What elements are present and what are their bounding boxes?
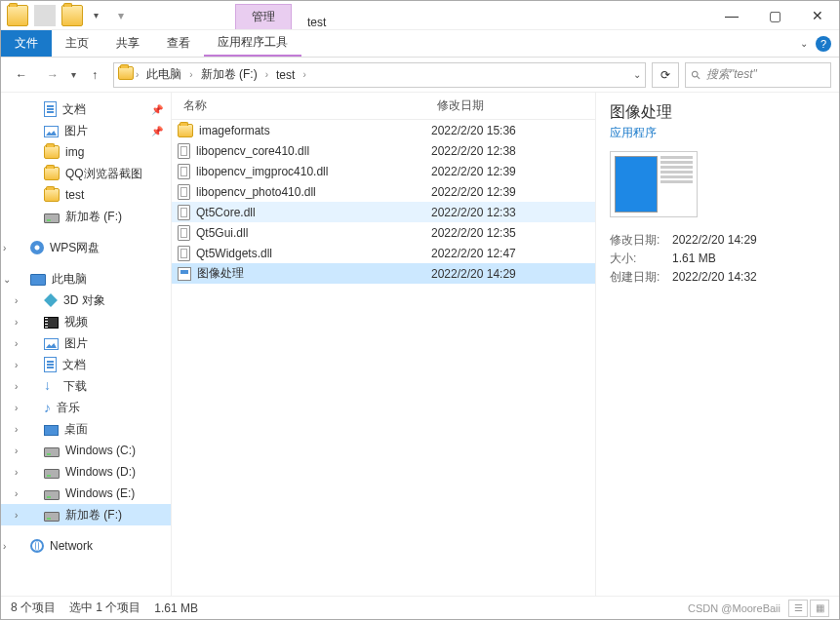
nav-item[interactable]: ›视频	[1, 311, 171, 332]
nav-item[interactable]: ›Windows (D:)	[1, 461, 171, 483]
refresh-button[interactable]: ⟳	[652, 62, 679, 88]
forward-button[interactable]: →	[40, 62, 65, 88]
file-row[interactable]: Qt5Gui.dll 2022/2/20 12:35	[172, 222, 595, 243]
nav-item[interactable]: test	[1, 184, 171, 206]
chevron-right-icon[interactable]: ›	[134, 69, 140, 80]
context-tab-manage[interactable]: 管理	[235, 4, 292, 29]
nav-item[interactable]: ›Windows (C:)	[1, 440, 171, 461]
folder-open-icon[interactable]	[61, 5, 83, 26]
nav-item[interactable]: ›图片	[1, 332, 171, 354]
nav-item-network[interactable]: ›Network	[1, 535, 171, 557]
preview-subtype: 应用程序	[610, 125, 825, 141]
nav-item[interactable]: QQ浏览器截图	[1, 163, 171, 184]
nav-item-label: 视频	[64, 314, 88, 330]
watermark: CSDN @MooreBaii	[688, 602, 780, 614]
nav-item[interactable]: 新加卷 (F:)	[1, 206, 171, 227]
up-button[interactable]: ↑	[82, 62, 107, 88]
nav-item[interactable]: ›桌面	[1, 418, 171, 440]
expand-icon[interactable]: ›	[15, 338, 18, 349]
minimize-button[interactable]: —	[710, 2, 753, 29]
expand-icon[interactable]: ›	[15, 381, 18, 392]
nav-item-label: 桌面	[64, 421, 88, 438]
expand-icon[interactable]: ›	[15, 317, 18, 328]
nav-item-label: 文档	[62, 357, 86, 373]
file-row[interactable]: 图像处理 2022/2/20 14:29	[172, 263, 595, 284]
nav-item-label: 图片	[64, 123, 88, 139]
help-icon[interactable]: ?	[816, 36, 831, 52]
expand-icon[interactable]: ›	[15, 403, 18, 413]
chevron-right-icon[interactable]: ›	[263, 69, 270, 80]
file-name: libopencv_photo410.dll	[196, 185, 316, 199]
file-date: 2022/2/20 12:38	[431, 144, 558, 158]
titlebar: ▾ ▾ 管理 test — ▢ ✕	[1, 1, 839, 30]
expand-icon[interactable]: ›	[3, 541, 6, 552]
ribbon-collapse-icon[interactable]: ⌄	[800, 38, 808, 49]
divider	[34, 5, 56, 26]
history-chevron-icon[interactable]: ▾	[71, 69, 76, 80]
tab-home[interactable]: 主页	[52, 30, 102, 57]
address-bar[interactable]: › 此电脑 › 新加卷 (F:) › test › ⌄	[113, 62, 646, 88]
tab-share[interactable]: 共享	[102, 30, 153, 57]
crumb-thispc[interactable]: 此电脑	[140, 63, 187, 87]
body: 文档📌图片📌imgQQ浏览器截图test新加卷 (F:)›WPS网盘⌄此电脑›3…	[1, 93, 839, 596]
nav-item[interactable]: ›3D 对象	[1, 290, 171, 311]
expand-icon[interactable]: ›	[15, 446, 18, 456]
detail-value: 2022/2/20 14:32	[672, 268, 757, 287]
expand-icon[interactable]: ›	[15, 295, 18, 306]
nav-item[interactable]: img	[1, 141, 171, 163]
expand-icon[interactable]: ›	[15, 467, 18, 478]
address-chevron-icon[interactable]: ⌄	[633, 69, 641, 80]
file-date: 2022/2/20 12:47	[431, 247, 558, 260]
large-icons-view-button[interactable]: ▦	[810, 600, 829, 617]
crumb-drive[interactable]: 新加卷 (F:)	[195, 63, 263, 87]
nav-item-wps[interactable]: ›WPS网盘	[1, 237, 171, 258]
col-header-name[interactable]: 名称	[178, 97, 431, 114]
nav-item[interactable]: 图片📌	[1, 120, 171, 141]
back-button[interactable]: ←	[9, 62, 34, 88]
pin-icon: 📌	[151, 126, 163, 136]
file-row[interactable]: imageformats 2022/2/20 15:36	[172, 120, 595, 140]
crumb-folder[interactable]: test	[270, 63, 300, 87]
file-tab[interactable]: 文件	[1, 30, 52, 57]
expand-icon[interactable]: ›	[3, 243, 6, 253]
file-row[interactable]: libopencv_core410.dll 2022/2/20 12:38	[172, 140, 595, 161]
search-input[interactable]: ⚲ 搜索"test"	[685, 62, 831, 88]
chevron-right-icon[interactable]: ›	[300, 69, 307, 80]
tab-view[interactable]: 查看	[153, 30, 204, 57]
maximize-button[interactable]: ▢	[753, 2, 796, 29]
preview-details: 修改日期:2022/2/20 14:29大小:1.61 MB创建日期:2022/…	[610, 231, 825, 288]
col-header-date[interactable]: 修改日期	[431, 97, 558, 114]
file-date: 2022/2/20 14:29	[431, 267, 558, 281]
nav-item[interactable]: ›下载	[1, 375, 171, 397]
nav-item[interactable]: ›♪音乐	[1, 397, 171, 418]
nav-item[interactable]: ›Windows (E:)	[1, 483, 171, 504]
expand-icon[interactable]: ›	[15, 360, 18, 370]
file-row[interactable]: libopencv_photo410.dll 2022/2/20 12:39	[172, 181, 595, 202]
nav-item-label: QQ浏览器截图	[65, 166, 142, 182]
close-button[interactable]: ✕	[796, 2, 839, 29]
context-tab-area: 管理 test	[138, 1, 710, 29]
details-view-button[interactable]: ☰	[788, 600, 808, 617]
tab-app-tools[interactable]: 应用程序工具	[204, 30, 301, 57]
chevron-right-icon[interactable]: ›	[187, 69, 194, 80]
nav-item[interactable]: 文档📌	[1, 98, 171, 120]
nav-item-label: test	[65, 188, 84, 202]
file-row[interactable]: Qt5Core.dll 2022/2/20 12:33	[172, 202, 595, 222]
expand-icon[interactable]: ›	[15, 488, 18, 499]
nav-item[interactable]: ›新加卷 (F:)	[1, 504, 171, 525]
qat-chevron-icon[interactable]: ▾	[85, 5, 106, 26]
qat-overflow[interactable]: ▾	[110, 5, 132, 26]
nav-item[interactable]: ›文档	[1, 354, 171, 375]
file-row[interactable]: Qt5Widgets.dll 2022/2/20 12:47	[172, 243, 595, 263]
expand-icon[interactable]: ›	[15, 510, 18, 521]
expand-icon[interactable]: ⌄	[3, 274, 11, 285]
quick-access-toolbar: ▾ ▾	[1, 5, 138, 26]
nav-row: ← → ▾ ↑ › 此电脑 › 新加卷 (F:) › test › ⌄ ⟳ ⚲ …	[1, 58, 839, 93]
file-list-area: 名称 修改日期 imageformats 2022/2/20 15:36 lib…	[172, 93, 839, 596]
nav-item-thispc[interactable]: ⌄此电脑	[1, 268, 171, 290]
status-bar: 8 个项目 选中 1 个项目 1.61 MB CSDN @MooreBaii ☰…	[1, 596, 839, 619]
file-row[interactable]: libopencv_imgproc410.dll 2022/2/20 12:39	[172, 161, 595, 181]
nav-item-label: 音乐	[57, 400, 80, 416]
content-pane: 名称 修改日期 imageformats 2022/2/20 15:36 lib…	[172, 93, 839, 596]
expand-icon[interactable]: ›	[15, 424, 18, 435]
